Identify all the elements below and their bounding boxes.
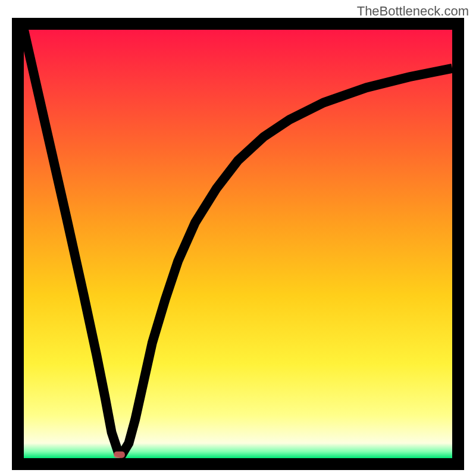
optimal-marker xyxy=(114,452,125,458)
plot-area xyxy=(12,18,464,470)
bottleneck-curve-path xyxy=(24,30,452,454)
chart-curve xyxy=(24,30,452,458)
watermark-text: TheBottleneck.com xyxy=(357,4,469,19)
